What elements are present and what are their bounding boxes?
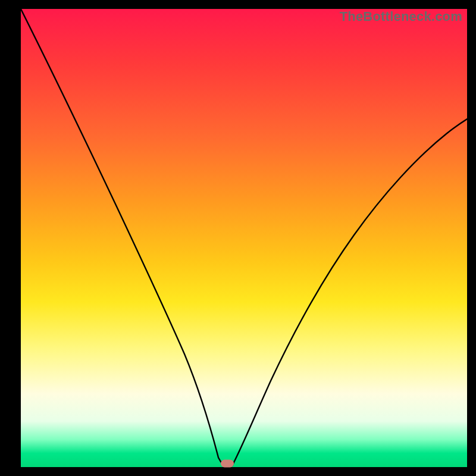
curve-left (21, 9, 223, 466)
curve-right (232, 119, 467, 466)
optimum-marker (221, 459, 234, 467)
watermark-text: TheBottleneck.com (340, 9, 462, 24)
chart-frame: TheBottleneck.com (0, 0, 476, 476)
bottleneck-curve (21, 9, 467, 467)
plot-area: TheBottleneck.com (21, 9, 467, 467)
